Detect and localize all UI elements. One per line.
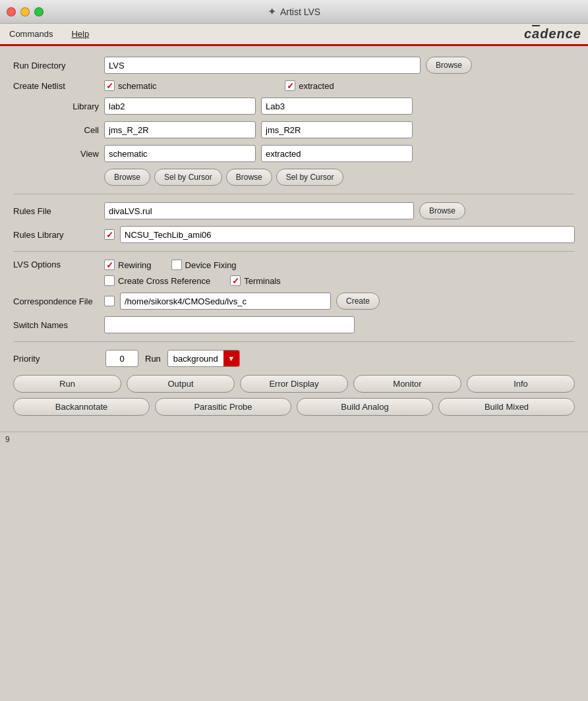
rewiring-checkbox[interactable] <box>104 260 115 270</box>
cell-extracted-input[interactable] <box>261 121 413 138</box>
terminals-checkbox[interactable] <box>230 275 241 286</box>
extracted-checkbox-label[interactable]: extracted <box>285 80 334 91</box>
priority-label: Priority <box>13 354 99 364</box>
main-content: Run Directory Browse Create Netlist sche… <box>0 46 588 432</box>
lvs-options-row1: Rewiring Device Fixing <box>104 260 281 270</box>
info-button[interactable]: Info <box>467 375 575 393</box>
rules-file-label: Rules File <box>13 206 99 216</box>
sel-cursor1-button[interactable]: Sel by Cursor <box>154 169 222 186</box>
rules-library-checkbox-label[interactable] <box>104 229 115 240</box>
run-directory-row: Run Directory Browse <box>13 57 575 74</box>
rules-file-input[interactable] <box>104 202 414 219</box>
browse1-button[interactable]: Browse <box>104 169 150 186</box>
rewiring-label: Rewiring <box>118 260 152 270</box>
sel-cursor2-button[interactable]: Sel by Cursor <box>276 169 344 186</box>
menu-help[interactable]: Help <box>69 28 92 40</box>
correspondence-file-label: Correspondence File <box>13 296 99 306</box>
parasitic-probe-button[interactable]: Parasitic Probe <box>155 398 291 416</box>
priority-run-row: Priority Run background ▼ <box>13 350 575 367</box>
build-mixed-button[interactable]: Build Mixed <box>438 398 575 416</box>
browse-sel-row: Browse Sel by Cursor Browse Sel by Curso… <box>13 169 575 186</box>
run-dropdown-text: background <box>168 352 223 366</box>
extracted-label: extracted <box>299 81 334 91</box>
run-dropdown-arrow[interactable]: ▼ <box>223 350 239 367</box>
schematic-checkbox-label[interactable]: schematic <box>104 80 157 91</box>
view-schematic-input[interactable] <box>104 145 256 162</box>
device-fixing-checkbox[interactable] <box>171 260 182 270</box>
run-label: Run <box>145 354 161 364</box>
rules-browse-button[interactable]: Browse <box>419 202 465 219</box>
menu-items: Commands Help <box>7 28 92 40</box>
correspondence-checkbox[interactable] <box>104 296 115 306</box>
create-cross-ref-label: Create Cross Reference <box>118 276 210 286</box>
rules-library-label: Rules Library <box>13 230 99 240</box>
backannotate-button[interactable]: Backannotate <box>13 398 150 416</box>
error-display-button[interactable]: Error Display <box>240 375 348 393</box>
create-netlist-row: Create Netlist schematic extracted <box>13 80 575 91</box>
correspondence-checkbox-label[interactable] <box>104 296 115 306</box>
cadence-logo: cadence <box>524 26 581 42</box>
rules-library-row: Rules Library <box>13 226 575 243</box>
switch-names-label: Switch Names <box>13 320 99 330</box>
switch-names-input[interactable] <box>104 316 355 333</box>
library-schematic-input[interactable] <box>104 98 256 115</box>
window-title: ✦ Artist LVS <box>268 5 320 18</box>
device-fixing-label: Device Fixing <box>185 260 237 270</box>
menu-commands[interactable]: Commands <box>7 28 55 40</box>
view-inputs <box>104 145 413 162</box>
run-button[interactable]: Run <box>13 375 121 393</box>
library-extracted-input[interactable] <box>261 98 413 115</box>
cell-inputs <box>104 121 413 138</box>
action-buttons-row1: Run Output Error Display Monitor Info <box>13 375 575 393</box>
menu-bar: Commands Help cadence <box>0 24 588 46</box>
priority-input[interactable] <box>105 350 138 367</box>
create-button[interactable]: Create <box>336 293 380 310</box>
cell-row: Cell <box>13 121 575 138</box>
window-controls[interactable] <box>7 7 44 16</box>
maximize-button[interactable] <box>34 7 44 16</box>
terminals-label: Terminals <box>244 276 281 286</box>
view-row: View <box>13 145 575 162</box>
run-dropdown[interactable]: background ▼ <box>167 350 240 367</box>
rules-library-checkbox[interactable] <box>104 229 115 240</box>
run-directory-browse-button[interactable]: Browse <box>426 57 472 74</box>
schematic-label: schematic <box>118 81 157 91</box>
extracted-checkbox[interactable] <box>285 80 295 91</box>
view-extracted-input[interactable] <box>261 145 413 162</box>
create-cross-ref-checkbox-label[interactable]: Create Cross Reference <box>104 275 210 286</box>
run-directory-input[interactable] <box>104 57 421 74</box>
terminals-checkbox-label[interactable]: Terminals <box>230 275 281 286</box>
lvs-options-row2: Create Cross Reference Terminals <box>104 275 281 286</box>
correspondence-file-input[interactable] <box>120 293 331 310</box>
lvs-options-row: LVS Options Rewiring Device Fixing Creat… <box>13 260 575 286</box>
run-directory-label: Run Directory <box>13 61 99 70</box>
create-cross-ref-checkbox[interactable] <box>104 275 115 286</box>
correspondence-file-row: Correspondence File Create <box>13 293 575 310</box>
cell-schematic-input[interactable] <box>104 121 256 138</box>
status-bar: 9 <box>0 432 588 447</box>
rules-file-row: Rules File Browse <box>13 202 575 219</box>
output-button[interactable]: Output <box>127 375 235 393</box>
title-bar: ✦ Artist LVS <box>0 0 588 24</box>
library-label: Library <box>13 101 99 111</box>
device-fixing-checkbox-label[interactable]: Device Fixing <box>171 260 237 270</box>
action-buttons-row2: Backannotate Parasitic Probe Build Analo… <box>13 398 575 416</box>
create-netlist-label: Create Netlist <box>13 81 99 91</box>
minimize-button[interactable] <box>20 7 30 16</box>
build-analog-button[interactable]: Build Analog <box>297 398 433 416</box>
monitor-button[interactable]: Monitor <box>353 375 461 393</box>
rules-library-input[interactable] <box>120 226 575 243</box>
title-icon: ✦ <box>268 5 276 18</box>
switch-names-row: Switch Names <box>13 316 575 333</box>
status-value: 9 <box>5 435 10 444</box>
browse2-button[interactable]: Browse <box>226 169 272 186</box>
cell-label: Cell <box>13 125 99 135</box>
view-label: View <box>13 149 99 159</box>
library-inputs <box>104 98 413 115</box>
schematic-checkbox[interactable] <box>104 80 115 91</box>
rewiring-checkbox-label[interactable]: Rewiring <box>104 260 152 270</box>
close-button[interactable] <box>7 7 16 16</box>
library-row: Library <box>13 98 575 115</box>
lvs-options-label: LVS Options <box>13 260 99 269</box>
